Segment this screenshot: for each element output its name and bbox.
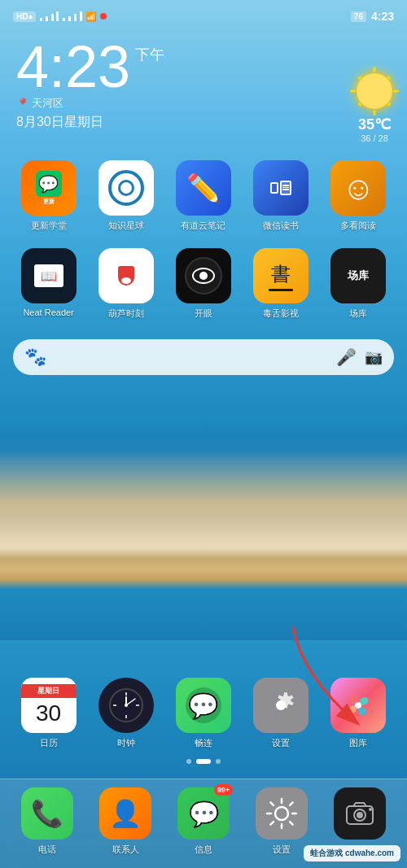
- nav-icon-messaging: 💬 99+: [177, 787, 230, 840]
- app-icon-clock: [98, 678, 154, 733]
- clock-minutes: 23: [65, 37, 130, 96]
- app-icon-hulu: [98, 248, 154, 303]
- nav-contacts[interactable]: 👤 联系人: [86, 787, 164, 856]
- app-label-clock: 时钟: [117, 737, 135, 749]
- calendar-day: 星期日: [21, 684, 77, 698]
- app-label-gengxin: 更新学堂: [31, 220, 67, 232]
- messaging-badge: 99+: [214, 784, 233, 796]
- gallery-pinwheel-icon: [340, 687, 376, 723]
- app-icon-youdao: ✏️: [176, 160, 231, 216]
- nav-label-settings: 设置: [273, 844, 291, 856]
- search-camera-icon[interactable]: 📷: [365, 348, 383, 366]
- app-gallery[interactable]: 图库: [323, 678, 394, 749]
- app-icon-duokan: ☺: [330, 160, 386, 216]
- dock-grid: 星期日 30 日历: [13, 678, 394, 749]
- recording-icon: [100, 13, 107, 20]
- nav-phone[interactable]: 📞 电话: [8, 787, 86, 856]
- search-mic-icon[interactable]: 🎤: [336, 347, 357, 367]
- app-icon-changku: 场库: [330, 248, 386, 303]
- app-icon-neat-reader: 📖: [21, 248, 77, 303]
- app-weixin-read[interactable]: 微信读书: [246, 160, 317, 232]
- settings-gear-icon: [263, 687, 299, 723]
- battery-level: 76: [351, 11, 366, 22]
- watermark-url: cdwahe.com: [345, 848, 394, 857]
- search-paw-icon: 🐾: [24, 347, 46, 368]
- page-dot-1: [186, 759, 191, 764]
- screen-content: HD● 📶 76 4:23 4 :: [0, 0, 407, 868]
- app-icon-zhishi: [98, 160, 154, 216]
- app-label-hulu: 葫芦时刻: [108, 308, 144, 320]
- clock-date: 8月30日星期日: [16, 114, 391, 131]
- clock-display: 4 : 23 下午: [16, 37, 391, 96]
- app-label-duokan: 多看阅读: [340, 220, 376, 232]
- app-label-dushe: 毒舌影视: [263, 308, 299, 320]
- svg-point-11: [275, 807, 288, 820]
- app-hulu[interactable]: 葫芦时刻: [90, 248, 161, 320]
- app-icon-calendar: 星期日 30: [21, 678, 77, 733]
- page-dot-3: [216, 759, 221, 764]
- app-youdao[interactable]: ✏️ 有道云笔记: [168, 160, 239, 232]
- clock-colon: :: [49, 37, 65, 96]
- wifi-icon: 📶: [85, 11, 97, 22]
- app-changku[interactable]: 场库 场库: [323, 248, 394, 320]
- app-label-changlian: 畅连: [195, 737, 212, 749]
- clock-widget: 4 : 23 下午 📍 天河区 8月30日星期日: [16, 37, 391, 131]
- app-icon-changlian: 💬: [176, 678, 231, 733]
- app-kaivan[interactable]: 开眼: [168, 248, 239, 320]
- nav-icon-phone: 📞: [21, 787, 73, 840]
- app-grid-row1: 💬 更新 更新学堂 知识星球 ✏️ 有道云笔记: [0, 154, 407, 238]
- signal-icon-1: [39, 11, 59, 21]
- status-bar: HD● 📶 76 4:23: [0, 0, 407, 29]
- status-right: 76 4:23: [351, 10, 394, 23]
- watermark-prefix: 蛙合游戏: [310, 848, 343, 857]
- nav-messaging[interactable]: 💬 99+ 信息: [164, 787, 243, 856]
- clock-ampm: 下午: [135, 47, 164, 62]
- status-time: 4:23: [371, 10, 394, 23]
- app-label-zhishi: 知识星球: [108, 220, 144, 232]
- app-icon-kaivan: [176, 248, 231, 303]
- status-left: HD● 📶: [13, 11, 107, 22]
- nav-settings-gear-icon: [264, 796, 300, 831]
- app-label-kaivan: 开眼: [195, 308, 212, 320]
- app-label-youdao: 有道云笔记: [181, 220, 225, 232]
- weather-range: 36 / 28: [355, 133, 394, 143]
- hd-icon: HD●: [13, 11, 36, 22]
- app-calendar[interactable]: 星期日 30 日历: [13, 678, 84, 749]
- weather-temperature: 35℃: [355, 116, 394, 133]
- app-label-weixin-read: 微信读书: [263, 220, 299, 232]
- app-duokan[interactable]: ☺ 多看阅读: [323, 160, 394, 232]
- contacts-icon: 👤: [109, 798, 142, 829]
- app-zhishi[interactable]: 知识星球: [90, 160, 161, 232]
- app-icon-gengxin: 💬 更新: [21, 160, 77, 216]
- app-icon-weixin-read: [253, 160, 309, 216]
- app-dushe[interactable]: 書 毒舌影视: [246, 248, 317, 320]
- watermark: 蛙合游戏 cdwahe.com: [304, 845, 400, 861]
- app-clock[interactable]: 时钟: [90, 678, 161, 749]
- page-dots: [13, 759, 394, 764]
- weather-widget: 35℃ 36 / 28: [355, 72, 394, 143]
- nav-label-messaging: 信息: [195, 844, 212, 856]
- phone-icon: 📞: [31, 798, 63, 829]
- app-settings[interactable]: 设置: [246, 678, 317, 749]
- search-bar[interactable]: 🐾 🎤 📷: [13, 339, 394, 375]
- nav-label-phone: 电话: [38, 844, 56, 856]
- app-neat-reader[interactable]: 📖 Neat Reader: [13, 248, 84, 320]
- svg-point-14: [357, 812, 363, 818]
- signal-icon-2: [63, 11, 82, 21]
- app-label-neat-reader: Neat Reader: [23, 308, 73, 317]
- location-icon: 📍: [16, 98, 29, 110]
- messaging-icon: 💬: [189, 800, 219, 828]
- location-text: 天河区: [32, 96, 63, 111]
- camera-icon: [342, 796, 378, 831]
- app-icon-gallery: [330, 678, 386, 733]
- app-icon-dushe: 書: [253, 248, 309, 303]
- nav-icon-camera: [334, 787, 386, 840]
- app-gengxin[interactable]: 💬 更新 更新学堂: [13, 160, 84, 232]
- dock-section: 星期日 30 日历: [0, 678, 407, 770]
- app-label-changku: 场库: [349, 308, 367, 320]
- app-changlian[interactable]: 💬 畅连: [168, 678, 239, 749]
- clock-location: 📍 天河区: [16, 96, 391, 111]
- calendar-date: 30: [36, 698, 61, 726]
- svg-point-15: [369, 808, 372, 811]
- clock-hours: 4: [16, 37, 49, 96]
